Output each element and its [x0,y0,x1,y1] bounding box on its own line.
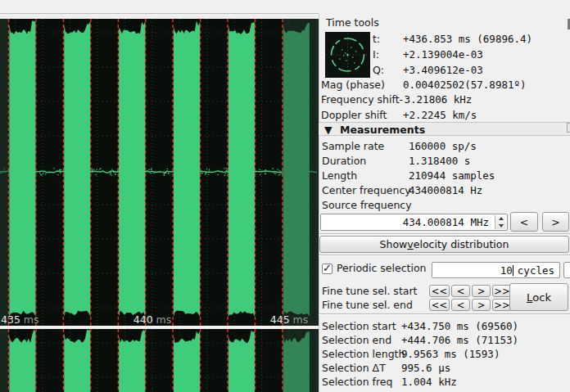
fine-end-back-button[interactable]: < [451,299,470,311]
outside-selection-left [0,19,9,326]
cycles-spin-fragment[interactable] [563,262,570,278]
velocity-label-post: elocity distribution [414,238,509,250]
btn-label: << [432,286,447,297]
signal-burst [228,22,255,317]
signal-burst [64,21,90,318]
lock-label-mnemonic: L [527,291,532,304]
velocity-label-pre: Show [380,238,408,250]
periodic-selection-label: Periodic selection [337,263,426,274]
signal-burst [174,20,200,317]
velocity-label-mnemonic: v [407,238,413,250]
center-frequency-value: 434000814 Hz [409,185,482,196]
fine-start-back-button[interactable]: < [451,285,470,297]
q-label: Q: [373,65,384,76]
fine-tune-end-label: Fine tune sel. end [322,300,413,311]
btn-label: < [457,300,465,311]
fine-tune-start-label: Fine tune sel. start [322,286,418,297]
panel-left-border [319,14,319,392]
outside-selection-left [0,329,9,392]
btn-label: < [457,286,465,297]
i-value: +2.139004e-03 [403,49,483,61]
separator [319,233,570,235]
t-value: +436.853 ms (69896.4) [403,34,532,45]
mag-phase-label: Mag (phase) [321,79,385,91]
waveform-display[interactable]: 435 ms440 ms445 ms [0,0,319,392]
text-cursor [513,265,513,276]
length-value: 210944 samples [409,170,495,182]
i-label: I: [373,49,379,61]
frequency-shift-value: -3.21806 kHz [398,94,472,106]
show-velocity-distribution-button[interactable]: Show velocity distribution [319,236,569,253]
step-back-label: < [520,216,528,228]
selection-end-label: Selection end [322,335,391,346]
selection-freq-value: 1.004 kHz [401,376,457,388]
lock-label-post: ock [532,291,551,304]
cycles-unit: cycles [518,264,554,277]
selection-start-value: +434.750 ms (69560) [401,321,518,332]
clipped-scroll-fragment [567,123,570,133]
btn-label: >> [494,286,509,297]
outside-selection-right [283,19,319,326]
spin-down-icon[interactable] [499,224,504,228]
selection-end-value: +444.706 ms (71153) [401,335,518,346]
row-separator [0,326,319,328]
center-frequency-label: Center frequency [322,185,411,196]
time-tools-title: Time tools [326,17,379,29]
doppler-shift-value: +2.2245 km/s [403,110,477,121]
frequency-shift-label: Frequency shift [321,94,400,106]
tools-panel: Time tools t: +436.853 ms (69896.4) I: +… [319,0,570,392]
doppler-shift-label: Doppler shift [321,110,387,121]
signal-burst [119,21,145,317]
selection-delta-t-value: 995.6 µs [401,363,450,374]
fine-end-big-back-button[interactable]: << [429,299,450,311]
btn-label: >> [494,300,509,311]
measurements-section-header[interactable]: ▼ Measurements [319,122,570,136]
t-label: t: [373,34,380,45]
cycles-input[interactable]: 10cycles [432,262,560,278]
frequency-step-forward-button[interactable]: > [542,212,569,232]
sample-rate-label: Sample rate [322,141,384,152]
btn-label: > [477,286,486,297]
fine-start-forward-button[interactable]: > [472,285,491,297]
separator [319,313,570,315]
signal-burst [9,20,35,317]
selection-delta-t-label: Selection ΔT [322,363,386,374]
lock-button[interactable]: Lock [509,283,568,311]
time-axis-label: 445 ms [270,313,309,326]
spinbox-arrows[interactable] [495,215,506,229]
iq-center-point [347,54,349,56]
iq-constellation-display [325,32,370,78]
btn-label: > [477,300,486,311]
frequency-spinbox-value: 434.000814 MHz [403,216,489,228]
cycles-value: 10 [500,264,513,277]
outside-selection-right [283,329,319,392]
mag-phase-value: 0.00402502(57.8981º) [403,79,527,91]
time-axis-label: 440 ms [133,313,172,326]
spin-up-icon[interactable] [499,217,504,220]
btn-label: << [432,300,447,311]
measurements-title: Measurements [340,124,425,136]
duration-label: Duration [322,155,366,167]
periodic-selection-checkbox[interactable]: ✓ [322,264,332,274]
separator [319,255,570,256]
selection-length-label: Selection length [322,349,405,360]
checkmark-icon: ✓ [323,262,332,274]
source-frequency-label: Source frequency [322,200,412,211]
collapse-triangle-icon: ▼ [324,124,332,136]
selection-freq-label: Selection freq [322,376,392,388]
frequency-step-back-button[interactable]: < [510,212,538,232]
waveform-row[interactable]: 435 ms440 ms445 ms [0,19,319,326]
selection-length-value: 9.9563 ms (1593) [401,349,500,360]
q-value: +3.409612e-03 [403,65,483,76]
frequency-spinbox[interactable]: 434.000814 MHz [320,214,508,231]
waveform-row[interactable] [0,329,319,392]
waveform-svg[interactable]: 435 ms440 ms445 ms [0,0,319,392]
length-label: Length [322,170,357,182]
sample-rate-value: 160000 sp/s [409,141,477,152]
fine-start-big-back-button[interactable]: << [429,285,450,297]
fine-end-forward-button[interactable]: > [472,299,491,311]
selection-start-label: Selection start [322,321,396,332]
step-forward-label: > [551,216,559,228]
time-axis-label: 435 ms [1,313,39,326]
duration-value: 1.318400 s [409,155,470,167]
